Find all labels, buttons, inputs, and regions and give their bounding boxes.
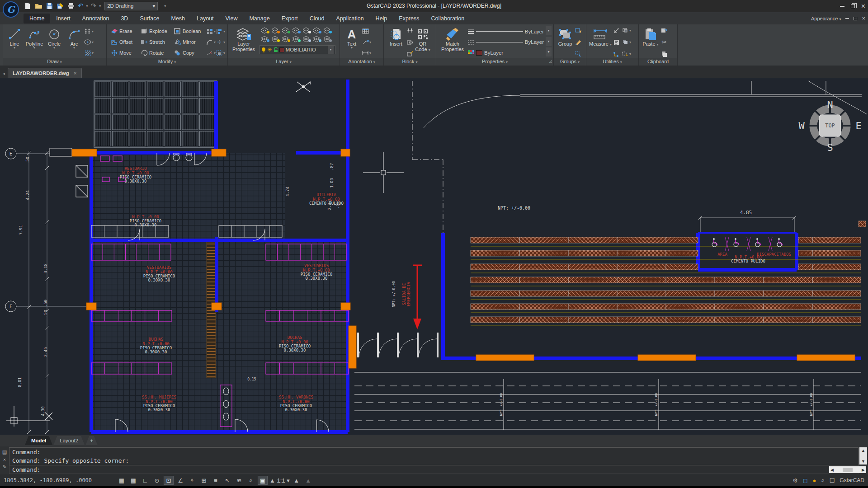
ribbon-tab-application[interactable]: Application bbox=[330, 14, 369, 23]
layer-tool-icon[interactable] bbox=[281, 27, 292, 35]
annotation-visibility-icon[interactable]: ▲ bbox=[292, 476, 302, 485]
ui-lock-icon[interactable]: ◻ bbox=[803, 477, 808, 484]
dynamic-input-icon[interactable]: ⊡ bbox=[164, 476, 174, 485]
layer-tool-icon[interactable] bbox=[302, 27, 312, 35]
copy-docs-icon[interactable] bbox=[660, 50, 668, 57]
ellipse-dropdown-icon[interactable]: ▾ bbox=[92, 40, 94, 44]
offset-button[interactable]: Offset bbox=[119, 39, 140, 45]
rotate-button[interactable]: Rotate bbox=[149, 50, 174, 56]
save-icon[interactable] bbox=[45, 2, 53, 10]
dimension-icon[interactable] bbox=[362, 49, 369, 56]
grid-display-icon[interactable]: ▦ bbox=[117, 476, 127, 485]
match-properties-button[interactable]: MatchProperties bbox=[438, 26, 467, 58]
ortho-mode-icon[interactable]: ∟ bbox=[140, 476, 150, 485]
paste-button[interactable]: Paste ▾ bbox=[641, 26, 660, 58]
break-icon[interactable] bbox=[216, 38, 223, 46]
command-grip-icon[interactable]: ▤ bbox=[2, 449, 7, 455]
open-file-icon[interactable] bbox=[34, 2, 42, 10]
layer-tool-icon[interactable] bbox=[260, 35, 271, 44]
drawing-viewport[interactable]: VESTUARION.P.T.+0.00PISO CERAMICO0.30X0.… bbox=[0, 78, 868, 435]
auto-annotation-scale-icon[interactable]: ▲ bbox=[303, 476, 313, 485]
ellipse-icon[interactable] bbox=[84, 38, 91, 46]
panel-title-block[interactable]: Block ▾ bbox=[384, 58, 436, 66]
minimize-button[interactable] bbox=[840, 6, 844, 7]
qr-code-button[interactable]: QRCode ▾ bbox=[414, 26, 432, 58]
fillet-icon[interactable] bbox=[206, 38, 213, 46]
tab-model[interactable]: Model bbox=[25, 436, 52, 445]
new-file-icon[interactable] bbox=[24, 2, 32, 10]
layer-tool-icon[interactable] bbox=[260, 27, 271, 35]
command-history[interactable]: Command:Command: Specify opposite corner… bbox=[9, 447, 859, 465]
ribbon-tab-surface[interactable]: Surface bbox=[134, 14, 165, 23]
tab-layout2[interactable]: Layout2 bbox=[53, 436, 85, 445]
panel-title-annotation[interactable]: Annotation ▾ bbox=[340, 58, 383, 66]
ungroup-icon[interactable] bbox=[575, 27, 582, 34]
ribbon-tab-help[interactable]: Help bbox=[370, 14, 393, 23]
layer-tool-icon[interactable] bbox=[271, 35, 281, 44]
panel-title-modify[interactable]: Modify ▾ bbox=[107, 58, 227, 66]
angle-snap-icon[interactable]: ∠ bbox=[175, 476, 185, 485]
command-edit-icon[interactable]: ✎ bbox=[2, 464, 6, 470]
group-select-icon[interactable] bbox=[575, 50, 582, 57]
mirror-button[interactable]: Mirror bbox=[183, 39, 206, 45]
object-snap-tracking-icon[interactable]: ⊞ bbox=[199, 476, 209, 485]
drawing-canvas[interactable]: VESTUARION.P.T.+0.00PISO CERAMICO0.30X0.… bbox=[0, 78, 868, 435]
point-icon[interactable] bbox=[84, 28, 91, 35]
zoom-icon[interactable]: ⌕ bbox=[246, 476, 256, 485]
array-icon[interactable] bbox=[206, 28, 213, 35]
measure-button[interactable]: Measure ▾ bbox=[588, 26, 613, 58]
block-editor-icon[interactable] bbox=[406, 38, 414, 46]
ribbon-tab-express[interactable]: Express bbox=[393, 14, 425, 23]
command-input[interactable]: Command: bbox=[9, 465, 859, 474]
group-edit-icon[interactable] bbox=[575, 38, 582, 46]
hardware-accel-bulb-icon[interactable]: ● bbox=[813, 477, 816, 484]
layer-properties-button[interactable]: LayerProperties bbox=[230, 26, 258, 58]
linetype-select[interactable]: ByLayer bbox=[525, 39, 544, 45]
ribbon-tab-collaboration[interactable]: Collaboration bbox=[425, 14, 470, 23]
panel-title-utilities[interactable]: Utilities ▾ bbox=[586, 58, 638, 66]
hatch-dropdown-icon[interactable]: ▾ bbox=[92, 51, 94, 55]
layer-tool-icon[interactable] bbox=[302, 35, 312, 44]
line-button[interactable]: Line▾ bbox=[5, 26, 24, 58]
align-icon[interactable] bbox=[216, 28, 223, 35]
performance-monitor-icon[interactable]: ⌕ bbox=[821, 477, 824, 484]
polyline-button[interactable]: Polyline▾ bbox=[24, 26, 44, 58]
properties-expander-icon[interactable]: ◿ bbox=[549, 58, 552, 65]
redo-icon[interactable]: ↷ bbox=[91, 2, 97, 10]
hatch-icon[interactable] bbox=[84, 49, 91, 56]
ribbon-tab-manage[interactable]: Manage bbox=[243, 14, 275, 23]
ribbon-tab-home[interactable]: Home bbox=[24, 14, 50, 23]
copy-clip-icon[interactable] bbox=[660, 27, 668, 34]
point-dropdown-icon[interactable]: ▾ bbox=[92, 29, 94, 33]
quick-calc-icon[interactable] bbox=[613, 27, 620, 34]
text-button[interactable]: A Text▾ bbox=[342, 26, 362, 58]
arc-button[interactable]: Arc▾ bbox=[64, 26, 84, 58]
undo-dropdown-icon[interactable]: ▾ bbox=[86, 4, 88, 8]
color-select[interactable]: ByLayer bbox=[484, 50, 503, 56]
erase-button[interactable]: Erase bbox=[119, 28, 140, 34]
select-similar-icon[interactable] bbox=[622, 50, 629, 57]
layer-tool-icon[interactable] bbox=[271, 27, 281, 35]
group-button[interactable]: Group bbox=[556, 26, 575, 58]
save-as-icon[interactable] bbox=[56, 2, 64, 10]
qat-customize-icon[interactable]: ▾ bbox=[164, 4, 166, 8]
clean-screen-icon[interactable]: ☐ bbox=[830, 477, 835, 484]
layer-tool-icon[interactable] bbox=[292, 27, 302, 35]
ribbon-tab-export[interactable]: Export bbox=[276, 14, 304, 23]
ribbon-tab-insert[interactable]: Insert bbox=[50, 14, 76, 23]
ribbon-tab-mesh[interactable]: Mesh bbox=[165, 14, 191, 23]
tab-scroll-icon[interactable]: ◂ bbox=[0, 71, 8, 78]
trim-icon[interactable] bbox=[206, 49, 213, 56]
layer-tool-icon[interactable] bbox=[312, 35, 323, 44]
gstarcad-logo-icon[interactable]: G bbox=[3, 1, 19, 18]
workspace-select[interactable]: 2D Drafting ▾ bbox=[104, 2, 158, 10]
undo-icon[interactable]: ↶ bbox=[78, 2, 84, 10]
document-tab-close-icon[interactable]: × bbox=[74, 70, 77, 76]
ribbon-tab-3d[interactable]: 3D bbox=[115, 14, 134, 23]
redo-dropdown-icon[interactable]: ▾ bbox=[99, 4, 101, 8]
calculator-icon[interactable] bbox=[613, 38, 620, 46]
panel-title-groups[interactable]: Groups ▾ bbox=[554, 58, 586, 66]
ribbon-tab-annotation[interactable]: Annotation bbox=[76, 14, 115, 23]
settings-gear-icon[interactable]: ⚙ bbox=[793, 477, 798, 484]
panel-title-draw[interactable]: Draw ▾ bbox=[3, 58, 106, 66]
